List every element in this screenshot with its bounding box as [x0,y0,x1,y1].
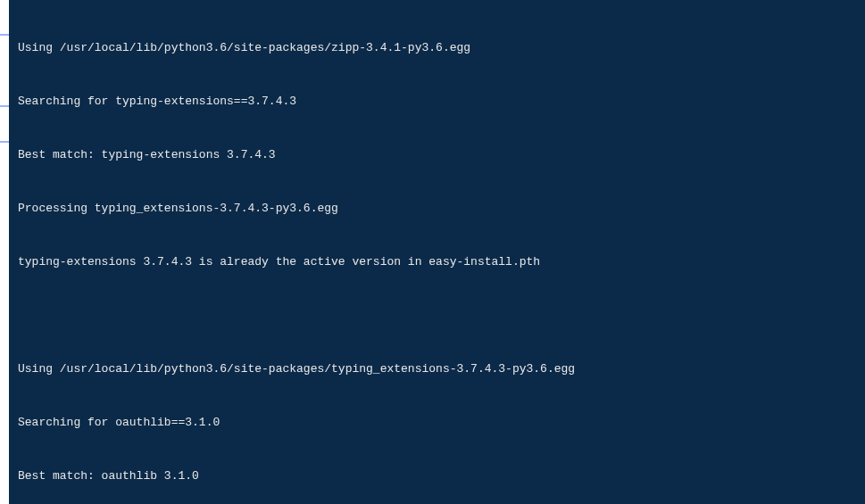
terminal-line [18,307,860,325]
terminal-line: Searching for typing-extensions==3.7.4.3 [18,93,860,111]
terminal-line: Best match: typing-extensions 3.7.4.3 [18,146,860,164]
gutter-tick [0,141,9,143]
gutter-tick [0,105,9,107]
terminal-line: Best match: oauthlib 3.1.0 [18,467,860,485]
terminal-line: Using /usr/local/lib/python3.6/site-pack… [18,360,860,378]
terminal-output[interactable]: Using /usr/local/lib/python3.6/site-pack… [12,0,865,504]
left-gutter [0,0,9,504]
terminal-line: typing-extensions 3.7.4.3 is already the… [18,253,860,271]
gutter-tick [0,34,9,36]
terminal-line: Processing typing_extensions-3.7.4.3-py3… [18,200,860,218]
terminal-line: Searching for oauthlib==3.1.0 [18,414,860,432]
terminal-line: Using /usr/local/lib/python3.6/site-pack… [18,39,860,57]
